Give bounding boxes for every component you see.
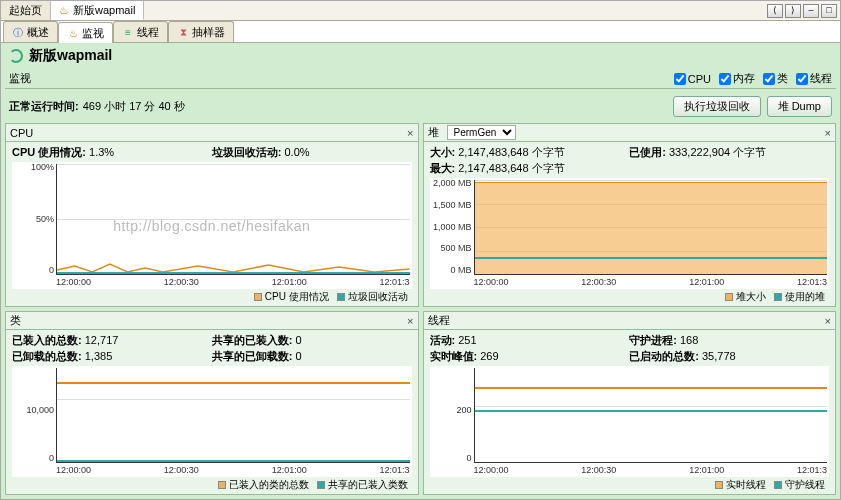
cpu-gc-label: 垃圾回收活动: (212, 146, 282, 158)
heap-stats: 大小: 2,147,483,648 个字节 已使用: 333,222,904 个… (430, 145, 830, 176)
page-title: 新版wapmail (29, 47, 112, 65)
heap-max-value: 2,147,483,648 个字节 (458, 162, 564, 174)
tab-threads[interactable]: ≡ 线程 (113, 21, 168, 42)
refresh-icon[interactable] (9, 49, 23, 63)
classes-stats: 已装入的总数: 12,717 共享的已装入数: 0 已卸载的总数: 1,385 … (12, 333, 412, 364)
tab-monitor-label: 监视 (82, 26, 104, 41)
thr-started-label: 已启动的总数: (629, 350, 699, 362)
sampler-icon: ⧗ (177, 27, 189, 39)
panel-cpu-close-icon[interactable]: × (407, 127, 413, 139)
heap-selector[interactable]: PermGen (447, 125, 516, 140)
panel-threads-title: 线程 (428, 313, 450, 328)
thr-live-value: 251 (458, 334, 476, 346)
classes-legend: 已装入的类的总数 共享的已装入类数 (12, 477, 412, 492)
heap-size-area (475, 182, 828, 274)
main-tab-app[interactable]: ♨ 新版wapmail (51, 1, 144, 20)
cls-unloaded-value: 1,385 (85, 350, 113, 362)
cls-sharedloaded-value: 0 (295, 334, 301, 346)
uptime-value: 469 小时 17 分 40 秒 (83, 99, 185, 114)
cls-sharedunloaded-value: 0 (295, 350, 301, 362)
check-cpu[interactable]: CPU (674, 73, 711, 85)
main-tab-start[interactable]: 起始页 (1, 1, 51, 20)
panel-cpu-title: CPU (10, 127, 33, 139)
minimize-button[interactable]: – (803, 4, 819, 18)
nav-fwd-button[interactable]: ⟩ (785, 4, 801, 18)
cpu-usage-value: 1.3% (89, 146, 114, 158)
panel-threads-close-icon[interactable]: × (825, 315, 831, 327)
panel-classes: 类 × 已装入的总数: 12,717 共享的已装入数: 0 已卸载的总数: 1,… (5, 311, 419, 495)
panel-classes-close-icon[interactable]: × (407, 315, 413, 327)
overview-icon: ⓘ (12, 27, 24, 39)
tab-overview[interactable]: ⓘ 概述 (3, 21, 58, 42)
main-tab-app-label: 新版wapmail (73, 3, 135, 18)
cpu-gc-value: 0.0% (284, 146, 309, 158)
thr-daemon-value: 168 (680, 334, 698, 346)
thr-live-line (475, 387, 828, 389)
cpu-stats: CPU 使用情况: 1.3% 垃圾回收活动: 0.0% (12, 145, 412, 160)
uptime-row: 正常运行时间: 469 小时 17 分 40 秒 执行垃圾回收 堆 Dump (1, 92, 840, 123)
window-controls: ⟨ ⟩ – □ (767, 4, 840, 18)
java-icon: ♨ (59, 4, 69, 17)
tab-monitor[interactable]: ♨ 监视 (58, 22, 113, 43)
threads-icon: ≡ (122, 27, 134, 39)
monitor-label: 监视 (9, 71, 31, 86)
gc-button[interactable]: 执行垃圾回收 (673, 96, 761, 117)
panel-heap: 堆 PermGen × 大小: 2,147,483,648 个字节 已使用: 3… (423, 123, 837, 307)
cls-loaded-label: 已装入的总数: (12, 334, 82, 346)
monitor-bar: 监视 CPU 内存 类 线程 (1, 69, 840, 88)
threads-chart: 2000 12:00:0012:00:3012:01:0012:01:3 (430, 366, 830, 477)
check-cls-box[interactable] (763, 73, 775, 85)
tab-threads-label: 线程 (137, 25, 159, 40)
heap-chart: 2,000 MB1,500 MB1,000 MB500 MB0 MB 12:00… (430, 178, 830, 289)
sub-tabstrip: ⓘ 概述 ♨ 监视 ≡ 线程 ⧗ 抽样器 (1, 21, 840, 43)
tab-sampler-label: 抽样器 (192, 25, 225, 40)
top-tabstrip: 起始页 ♨ 新版wapmail ⟨ ⟩ – □ (1, 1, 840, 21)
cls-sharedloaded-label: 共享的已装入数: (212, 334, 293, 346)
cls-sharedunloaded-label: 共享的已卸载数: (212, 350, 293, 362)
uptime-label: 正常运行时间: (9, 99, 79, 114)
cpu-chart: http://blog.csdn.net/hesifakan 100%50%0 … (12, 162, 412, 289)
threads-stats: 活动: 251 守护进程: 168 实时峰值: 269 已启动的总数: 35,7… (430, 333, 830, 364)
check-cpu-box[interactable] (674, 73, 686, 85)
panel-threads: 线程 × 活动: 251 守护进程: 168 实时峰值: 269 已启动的总数:… (423, 311, 837, 495)
classes-chart: 10,0000 12:00:0012:00:3012:01:0012:01:3 (12, 366, 412, 477)
cls-shared-line (57, 460, 410, 462)
heapdump-button[interactable]: 堆 Dump (767, 96, 832, 117)
heap-used-label: 已使用: (629, 146, 666, 158)
cls-unloaded-label: 已卸载的总数: (12, 350, 82, 362)
heap-max-label: 最大: (430, 162, 456, 174)
thr-daemon-label: 守护进程: (629, 334, 677, 346)
heap-used-line (475, 257, 828, 259)
main-tab-start-label: 起始页 (9, 3, 42, 18)
cpu-legend: CPU 使用情况 垃圾回收活动 (12, 289, 412, 304)
heap-size-label: 大小: (430, 146, 456, 158)
heap-size-value: 2,147,483,648 个字节 (458, 146, 564, 158)
cls-loaded-value: 12,717 (85, 334, 119, 346)
chart-grid: CPU × CPU 使用情况: 1.3% 垃圾回收活动: 0.0% http:/… (1, 123, 840, 499)
panel-heap-close-icon[interactable]: × (825, 127, 831, 139)
maximize-button[interactable]: □ (821, 4, 837, 18)
panel-heap-title: 堆 (428, 125, 439, 140)
check-thr-box[interactable] (796, 73, 808, 85)
threads-legend: 实时线程 守护线程 (430, 477, 830, 492)
check-thr[interactable]: 线程 (796, 71, 832, 86)
check-mem-box[interactable] (719, 73, 731, 85)
content-area: 新版wapmail 监视 CPU 内存 类 线程 正常运行时间: 469 小时 … (1, 43, 840, 499)
nav-back-button[interactable]: ⟨ (767, 4, 783, 18)
tab-sampler[interactable]: ⧗ 抽样器 (168, 21, 234, 42)
cpu-usage-label: CPU 使用情况: (12, 146, 86, 158)
panel-cpu: CPU × CPU 使用情况: 1.3% 垃圾回收活动: 0.0% http:/… (5, 123, 419, 307)
app-window: 起始页 ♨ 新版wapmail ⟨ ⟩ – □ ⓘ 概述 ♨ 监视 ≡ 线程 ⧗ (0, 0, 841, 500)
thr-peak-label: 实时峰值: (430, 350, 478, 362)
cls-loaded-line (57, 382, 410, 384)
check-mem[interactable]: 内存 (719, 71, 755, 86)
heap-used-value: 333,222,904 个字节 (669, 146, 766, 158)
thr-peak-value: 269 (480, 350, 498, 362)
cpu-gc-line (57, 272, 410, 274)
panel-classes-title: 类 (10, 313, 21, 328)
page-title-bar: 新版wapmail (1, 43, 840, 69)
divider (5, 88, 836, 89)
heap-legend: 堆大小 使用的堆 (430, 289, 830, 304)
check-cls[interactable]: 类 (763, 71, 788, 86)
thr-live-label: 活动: (430, 334, 456, 346)
